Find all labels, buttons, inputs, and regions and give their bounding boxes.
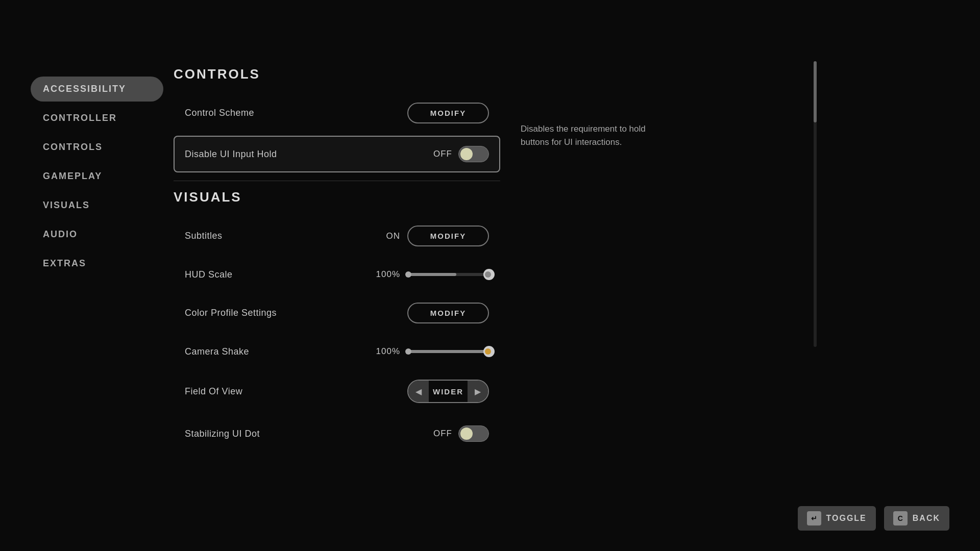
camera-shake-slider-left-dot	[405, 348, 411, 355]
camera-shake-fill	[407, 350, 489, 353]
subtitles-modify-button[interactable]: MODIFY	[407, 226, 489, 246]
stabilizing-ui-dot-toggle-knob	[460, 428, 473, 440]
subtitles-status: ON	[386, 231, 401, 241]
back-button[interactable]: C BACK	[884, 506, 949, 531]
fov-arrow-left[interactable]: ◀	[408, 381, 429, 402]
back-button-label: BACK	[913, 514, 940, 523]
hud-scale-label: HUD Scale	[185, 269, 233, 280]
scrollbar-thumb	[814, 61, 817, 122]
sidebar-item-visuals[interactable]: VISUALS	[31, 193, 163, 218]
toggle-icon: ↵	[807, 511, 821, 525]
control-scheme-modify-button[interactable]: MODIFY	[407, 103, 489, 123]
scrollbar[interactable]	[814, 61, 817, 347]
stabilizing-ui-dot-label: Stabilizing UI Dot	[185, 429, 260, 439]
camera-shake-slider[interactable]	[407, 350, 489, 353]
sidebar-item-gameplay[interactable]: GAMEPLAY	[31, 164, 163, 189]
fov-value: WIDER	[429, 387, 468, 396]
slider-left-dot	[405, 271, 411, 278]
hud-scale-slider-container: 100%	[376, 269, 489, 280]
hud-scale-slider[interactable]	[407, 273, 489, 276]
disable-ui-input-hold-label: Disable UI Input Hold	[185, 149, 277, 160]
sidebar-item-controller[interactable]: CONTROLLER	[31, 106, 163, 131]
toggle-button-label: TOGGLE	[826, 514, 867, 523]
subtitles-row: Subtitles ON MODIFY	[174, 215, 500, 257]
sidebar: ACCESSIBILITY CONTROLLER CONTROLS GAMEPL…	[31, 77, 163, 276]
info-panel: Disables the requirement to hold buttons…	[521, 122, 674, 148]
field-of-view-label: Field Of View	[185, 386, 242, 397]
disable-ui-input-hold-toggle-label: OFF	[433, 149, 452, 159]
slider-right-dot	[485, 271, 491, 278]
sidebar-item-accessibility[interactable]: ACCESSIBILITY	[31, 77, 163, 102]
camera-shake-slider-right-dot	[485, 348, 491, 355]
subtitles-label: Subtitles	[185, 231, 223, 241]
stabilizing-ui-dot-row: Stabilizing UI Dot OFF	[174, 415, 500, 449]
info-panel-text: Disables the requirement to hold buttons…	[521, 124, 646, 147]
disable-ui-input-hold-toggle-container: OFF	[433, 146, 489, 162]
visuals-section-title: VISUALS	[174, 189, 500, 205]
sidebar-item-controls[interactable]: CONTROLS	[31, 135, 163, 160]
stabilizing-ui-dot-toggle[interactable]	[458, 425, 489, 442]
disable-ui-input-hold-row: Disable UI Input Hold OFF	[174, 136, 500, 172]
camera-shake-slider-container: 100%	[376, 346, 489, 357]
field-of-view-selector: ◀ WIDER ▶	[407, 380, 489, 403]
field-of-view-row: Field Of View ◀ WIDER ▶	[174, 369, 500, 413]
camera-shake-label: Camera Shake	[185, 346, 249, 357]
hud-scale-fill	[407, 273, 456, 276]
stabilizing-ui-dot-toggle-container: OFF	[433, 425, 489, 442]
sidebar-item-extras[interactable]: EXTRAS	[31, 251, 163, 276]
controls-section-title: CONTROLS	[174, 66, 500, 82]
back-icon: C	[893, 511, 908, 525]
main-content: CONTROLS Control Scheme MODIFY Disable U…	[174, 61, 500, 449]
color-profile-modify-button[interactable]: MODIFY	[407, 303, 489, 323]
control-scheme-label: Control Scheme	[185, 108, 254, 118]
fov-arrow-right[interactable]: ▶	[468, 381, 488, 402]
control-scheme-row: Control Scheme MODIFY	[174, 92, 500, 134]
camera-shake-value: 100%	[376, 346, 400, 357]
stabilizing-ui-dot-toggle-label: OFF	[433, 429, 452, 439]
toggle-knob	[460, 148, 473, 160]
toggle-button[interactable]: ↵ TOGGLE	[798, 506, 876, 531]
controls-visuals-divider	[174, 181, 500, 181]
subtitles-control: ON MODIFY	[386, 226, 489, 246]
disable-ui-input-hold-toggle[interactable]	[458, 146, 489, 162]
color-profile-row: Color Profile Settings MODIFY	[174, 292, 500, 334]
color-profile-label: Color Profile Settings	[185, 308, 277, 318]
camera-shake-row: Camera Shake 100%	[174, 336, 500, 367]
sidebar-item-audio[interactable]: AUDIO	[31, 222, 163, 247]
hud-scale-value: 100%	[376, 269, 400, 280]
hud-scale-row: HUD Scale 100%	[174, 259, 500, 290]
bottom-bar: ↵ TOGGLE C BACK	[798, 506, 949, 531]
